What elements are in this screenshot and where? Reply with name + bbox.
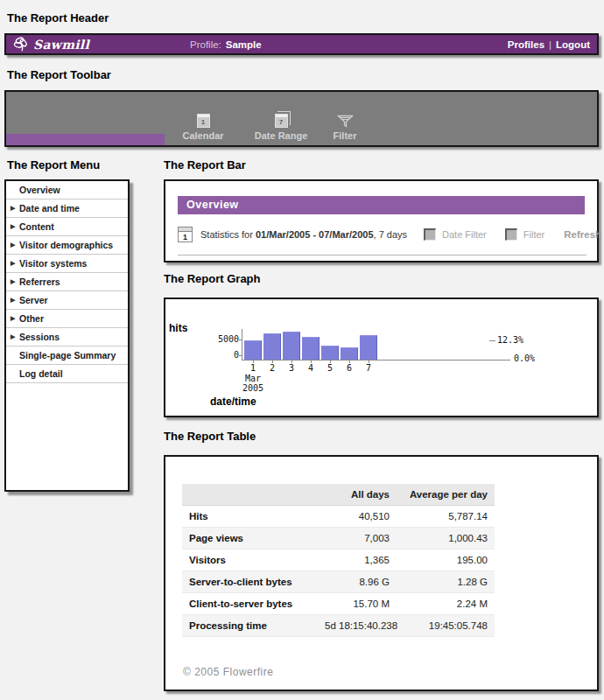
right-axis-percent-bottom: 0.0%	[514, 354, 535, 363]
menu-item-label: Visitor systems	[19, 258, 87, 269]
table-row-client-to-server-bytes: Client-to-server bytes15.70 M2.24 M	[182, 593, 495, 615]
menu-item-label: Date and time	[19, 203, 80, 214]
summary-table: All daysAverage per day Hits40,5105,787.…	[182, 484, 495, 637]
row-label: Visitors	[182, 550, 318, 571]
toolbar-button-label: Filter	[314, 130, 376, 141]
cell-value: 7,003	[318, 528, 397, 550]
cell-value: 8.96 G	[318, 571, 397, 593]
right-tick-mark	[489, 340, 495, 341]
flower-logo-icon	[12, 36, 32, 52]
menu-item-label: Log detail	[19, 368, 63, 379]
logout-link[interactable]: Logout	[556, 39, 590, 50]
copyright-text: © 2005 Flowerfire	[183, 666, 273, 678]
graph-bar-day-2[interactable]	[263, 333, 281, 360]
table-row-page-views: Page views7,0031,000.43	[182, 528, 495, 550]
expand-arrow-icon: ▶	[11, 205, 19, 212]
graph-bar-day-4[interactable]	[302, 337, 320, 360]
filter-label: Filter	[523, 229, 544, 240]
report-bar-box: Overview 1 Statistics for 01/Mar/2005 - …	[164, 179, 599, 262]
date-filter-label: Date Filter	[442, 229, 487, 240]
cell-value: 2.24 M	[397, 593, 495, 615]
x-axis-month-label: Mar 2005	[234, 374, 272, 394]
x-tick-label: 1	[246, 364, 260, 373]
profile-indicator: Profile: Sample	[190, 35, 262, 53]
report-title-bar: Overview	[178, 196, 585, 214]
menu-item-server[interactable]: ▶Server	[6, 291, 128, 310]
cell-value: 1,000.43	[397, 528, 495, 550]
row-label: Processing time	[182, 615, 318, 637]
expand-arrow-icon: ▶	[11, 315, 19, 322]
date-filter-checkbox[interactable]	[424, 228, 436, 241]
section-heading-report-bar: The Report Bar	[164, 158, 246, 172]
table-row-visitors: Visitors1,365195.00	[182, 550, 495, 571]
section-heading-report-menu: The Report Menu	[7, 158, 100, 172]
x-tick-label: 6	[342, 364, 356, 373]
expand-arrow-icon: ▶	[11, 260, 19, 267]
graph-bar-day-6[interactable]	[341, 347, 358, 360]
calendar-day-icon[interactable]: 1	[178, 227, 193, 242]
profiles-link[interactable]: Profiles	[508, 39, 544, 50]
funnel-icon	[314, 112, 376, 128]
menu-item-visitor-systems[interactable]: ▶Visitor systems	[6, 255, 128, 273]
toolbar-button-calendar[interactable]: 1Calendar	[166, 112, 240, 141]
logo-text: Sawmill	[33, 38, 89, 52]
menu-item-label: Server	[19, 295, 48, 305]
column-header-all-days: All days	[318, 484, 397, 506]
row-label: Client-to-server bytes	[182, 593, 318, 615]
graph-bar-day-1[interactable]	[244, 340, 262, 360]
row-label: Page views	[182, 528, 318, 550]
menu-item-log-detail[interactable]: Log detail	[6, 365, 128, 383]
app-header-bar: Sawmill Profile: Sample Profiles | Logou…	[4, 33, 599, 55]
calendar-stack-icon: 7	[242, 112, 320, 128]
section-heading-report-header: The Report Header	[7, 11, 109, 24]
statistics-row: 1 Statistics for 01/Mar/2005 - 07/Mar/20…	[178, 227, 586, 242]
menu-item-overview[interactable]: Overview	[6, 181, 128, 200]
report-table-box: All daysAverage per day Hits40,5105,787.…	[164, 455, 599, 691]
divider	[178, 255, 586, 256]
cell-value: 1,365	[318, 550, 397, 571]
menu-item-referrers[interactable]: ▶Referrers	[6, 273, 128, 291]
table-row-hits: Hits40,5105,787.14	[182, 506, 495, 528]
table-corner-cell	[182, 484, 318, 506]
toolbar-button-filter[interactable]: Filter	[314, 112, 376, 141]
profile-label: Profile:	[190, 39, 221, 50]
cell-value: 5,787.14	[397, 506, 495, 528]
x-tick-label: 3	[284, 364, 298, 373]
report-toolbar: 1Calendar7Date RangeFilter	[4, 90, 599, 147]
header-links: Profiles | Logout	[508, 35, 590, 53]
expand-arrow-icon: ▶	[11, 278, 19, 285]
table-row-processing-time: Processing time5d 18:15:40.23819:45:05.7…	[182, 615, 495, 637]
toolbar-button-label: Date Range	[242, 130, 320, 141]
menu-item-label: Other	[19, 313, 44, 324]
cell-value: 15.70 M	[318, 593, 397, 615]
cell-value: 5d 18:15:40.238	[318, 615, 397, 637]
filter-checkbox[interactable]	[505, 228, 517, 241]
section-heading-report-table: The Report Table	[164, 430, 256, 443]
menu-item-label: Sessions	[19, 332, 60, 342]
menu-item-sessions[interactable]: ▶Sessions	[6, 328, 128, 346]
menu-item-single-page-summary[interactable]: Single-page Summary	[6, 346, 128, 365]
menu-item-date-and-time[interactable]: ▶Date and time	[6, 200, 128, 218]
cell-value: 195.00	[397, 550, 495, 571]
menu-item-visitor-demographics[interactable]: ▶Visitor demographics	[6, 236, 128, 255]
sawmill-logo[interactable]: Sawmill	[12, 35, 89, 53]
graph-bar-day-5[interactable]	[321, 346, 339, 360]
report-graph-box: hits 5000 0 1234567 12.3% 0.0% Mar 2005 …	[164, 298, 599, 417]
graph-bar-day-3[interactable]	[283, 332, 300, 360]
table-header-row: All daysAverage per day	[182, 484, 495, 506]
row-label: Hits	[182, 506, 318, 528]
menu-item-content[interactable]: ▶Content	[6, 218, 128, 236]
toolbar-button-date-range[interactable]: 7Date Range	[242, 112, 320, 141]
expand-arrow-icon: ▶	[11, 333, 19, 340]
refresh-button[interactable]: Refresh	[564, 229, 601, 240]
expand-arrow-icon: ▶	[11, 297, 19, 304]
x-tick-label: 5	[323, 364, 337, 373]
x-tick-label: 7	[362, 364, 376, 373]
calendar-page-icon: 1	[166, 112, 240, 128]
graph-bar-day-7[interactable]	[360, 335, 377, 360]
toolbar-button-label: Calendar	[166, 130, 240, 141]
menu-item-label: Referrers	[19, 276, 60, 287]
profile-value: Sample	[226, 39, 262, 50]
date-range-text: 01/Mar/2005 - 07/Mar/2005	[256, 229, 374, 240]
menu-item-other[interactable]: ▶Other	[6, 310, 128, 328]
